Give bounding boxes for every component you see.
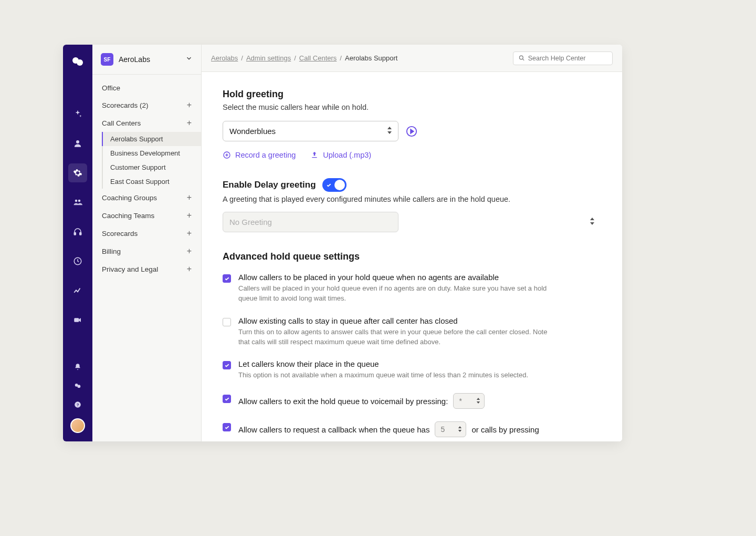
breadcrumb-link[interactable]: Admin settings [246, 54, 291, 62]
play-button[interactable] [406, 126, 417, 137]
breadcrumb-link[interactable]: Call Centers [299, 54, 337, 62]
sidebar-item-scorecards2[interactable]: Scorecards+ [92, 224, 201, 242]
play-icon [406, 126, 417, 137]
plus-icon[interactable]: + [187, 193, 192, 202]
plus-icon[interactable]: + [187, 211, 192, 220]
checkbox[interactable] [223, 395, 231, 403]
search-input[interactable] [528, 55, 607, 62]
check-icon [224, 363, 230, 368]
sublist-item-customer-support[interactable]: Customer Support [103, 160, 201, 174]
delay-greeting-subtitle: A greeting that is played every configur… [223, 195, 601, 203]
voicemail-key-select-input[interactable]: * [453, 393, 485, 409]
breadcrumb-link[interactable]: Aerolabs [211, 54, 238, 62]
check-icon [224, 396, 230, 402]
hold-music-select[interactable]: Wonderblues [223, 121, 398, 141]
sidebar-item-coaching-teams[interactable]: Caoching Teams+ [92, 207, 201, 224]
check-label-text: Allow callers to exit the hold queue to … [238, 397, 448, 406]
history-icon[interactable] [68, 252, 87, 271]
check-label: Allow callers to be placed in your hold … [238, 273, 559, 282]
rail-icons [68, 105, 87, 329]
sidebar-item-scorecards[interactable]: Scorecards (2)+ [92, 96, 201, 114]
check-icon [326, 182, 332, 188]
rail-bottom: ? [70, 362, 85, 433]
sidebar-item-coaching-groups[interactable]: Coaching Groups+ [92, 189, 201, 207]
delay-greeting-select-input[interactable]: No Greeting [223, 212, 398, 232]
delay-greeting-toggle[interactable] [322, 178, 346, 192]
workspace-switcher[interactable]: SF AeroLabs [92, 45, 201, 75]
sidebar: SF AeroLabs Office Scorecards (2)+ Call … [92, 45, 202, 441]
svg-rect-8 [74, 318, 79, 322]
gear-icon[interactable] [68, 163, 87, 182]
toggle-knob [334, 180, 345, 190]
call-centers-sublist: Aerolabs Support Business Development Cu… [102, 132, 201, 189]
trending-icon[interactable] [68, 281, 87, 300]
advanced-title: Advanced hold queue settings [223, 251, 601, 262]
team-icon[interactable] [68, 193, 87, 212]
record-greeting-link[interactable]: Record a greeting [223, 151, 296, 159]
check-label: Allow callers to request a callback when… [238, 421, 539, 437]
breadcrumb: Aerolabs/ Admin settings/ Call Centers/ … [211, 54, 397, 62]
sidebar-item-billing[interactable]: Billing+ [92, 242, 201, 260]
chevron-down-icon [185, 55, 193, 64]
check-label: Allow existing calls to stay in queue af… [238, 316, 559, 325]
sparkle-icon[interactable] [68, 105, 87, 123]
search-icon [519, 55, 525, 61]
nav-rail: ? [63, 45, 92, 441]
svg-text:?: ? [77, 403, 79, 407]
checkbox[interactable] [223, 361, 231, 369]
check-desc: This option is not available when a maxi… [238, 370, 528, 380]
hold-music-select-input[interactable]: Wonderblues [223, 121, 398, 141]
avatar[interactable] [70, 418, 85, 433]
sublist-item-aerolabs-support[interactable]: Aerolabs Support [103, 132, 201, 146]
check-label: Allow callers to exit the hold queue to … [238, 393, 485, 409]
sidebar-nav: Office Scorecards (2)+ Call Centers+ Aer… [92, 75, 201, 283]
main-panel: Aerolabs/ Admin settings/ Call Centers/ … [202, 45, 622, 441]
search-box[interactable] [513, 51, 613, 65]
video-icon[interactable] [68, 311, 87, 329]
sidebar-item-label: Caoching Teams [102, 212, 154, 220]
check-desc: Callers will be placed in your hold queu… [238, 284, 559, 304]
delay-greeting-title: Enable Delay greeting [223, 180, 316, 190]
sidebar-item-label: Privacy and Legal [102, 265, 158, 273]
checkbox[interactable] [223, 423, 231, 431]
help-icon[interactable]: ? [72, 399, 83, 410]
sidebar-item-call-centers[interactable]: Call Centers+ [92, 114, 201, 132]
sublist-item-business-dev[interactable]: Business Development [103, 146, 201, 160]
check-label-text: Allow callers to request a callback when… [238, 425, 429, 434]
check-item: Allow callers to be placed in your hold … [223, 273, 601, 304]
sidebar-item-office[interactable]: Office [92, 80, 201, 96]
chat-icon[interactable] [72, 380, 83, 391]
headset-icon[interactable] [68, 222, 87, 241]
checkbox[interactable] [223, 274, 231, 283]
plus-icon[interactable]: + [187, 264, 192, 274]
sidebar-item-label: Billing [102, 248, 121, 255]
sublist-item-east-coast[interactable]: East Coast Support [103, 174, 201, 189]
plus-icon[interactable]: + [187, 118, 192, 128]
plus-icon[interactable]: + [187, 229, 192, 238]
sidebar-item-label: Scorecards [102, 230, 138, 238]
bell-icon[interactable] [72, 362, 83, 372]
svg-point-3 [75, 200, 78, 202]
callback-queue-select[interactable]: 5 [435, 421, 466, 437]
contact-icon[interactable] [68, 134, 87, 153]
checkbox[interactable] [223, 318, 231, 326]
upload-greeting-link[interactable]: Upload (.mp3) [310, 151, 371, 159]
callback-queue-select-input[interactable]: 5 [435, 421, 466, 437]
plus-icon[interactable]: + [187, 100, 192, 110]
sidebar-item-label: Call Centers [102, 119, 141, 127]
check-icon [224, 425, 230, 430]
app-frame: ? SF AeroLabs Office Scorecards (2)+ Cal… [63, 45, 622, 441]
topbar: Aerolabs/ Admin settings/ Call Centers/ … [202, 45, 622, 72]
voicemail-key-select[interactable]: * [453, 393, 485, 409]
svg-point-2 [76, 140, 79, 143]
plus-circle-icon [223, 151, 231, 159]
plus-icon[interactable]: + [187, 246, 192, 256]
hold-greeting-title: Hold greeting [223, 89, 601, 100]
svg-rect-5 [74, 233, 76, 235]
sidebar-item-label: Scorecards (2) [102, 101, 149, 109]
delay-greeting-select[interactable]: No Greeting [223, 212, 601, 232]
sidebar-item-privacy[interactable]: Privacy and Legal+ [92, 260, 201, 278]
sidebar-item-label: Office [102, 84, 120, 92]
check-item: Allow callers to exit the hold queue to … [223, 393, 601, 409]
check-icon [224, 276, 230, 282]
